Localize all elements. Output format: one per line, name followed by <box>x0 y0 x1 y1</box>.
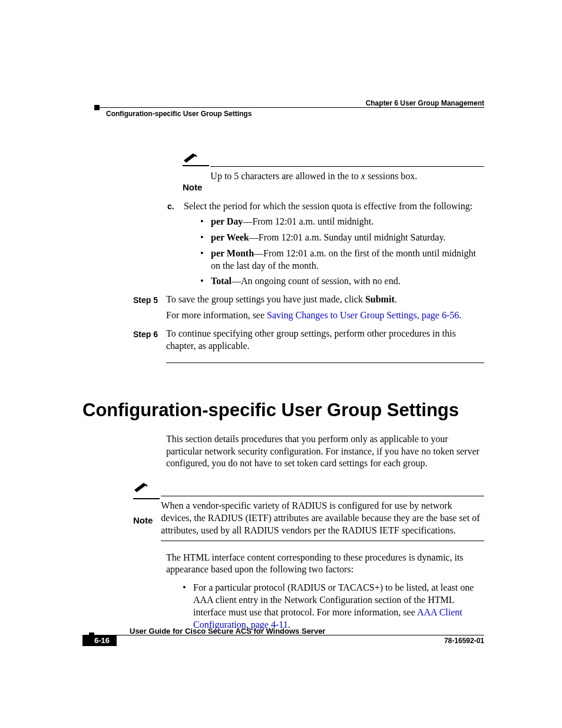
option-per-day: per Day—From 12:01 a.m. until midnight. <box>200 216 484 228</box>
note-label: Note <box>183 166 210 193</box>
note-left: Note <box>183 151 210 193</box>
pencil-icon <box>183 152 209 166</box>
doc-number: 78-16592-01 <box>444 637 484 645</box>
t: To save the group settings you have just… <box>166 294 365 304</box>
chapter-label: Chapter 6 User Group Management <box>366 99 484 107</box>
note-text: Up to 5 characters are allowed in the to… <box>210 166 484 183</box>
t: For more information, see <box>166 310 267 320</box>
note-block-2: Note When a vendor-specific variety of R… <box>133 480 484 541</box>
step5-line2: For more information, see Saving Changes… <box>166 309 484 322</box>
note-text-col: Up to 5 characters are allowed in the to… <box>210 151 484 183</box>
period-options: per Day—From 12:01 a.m. until midnight. … <box>166 216 484 288</box>
t: . <box>459 310 461 320</box>
factor-1: For a particular protocol (RADIUS or TAC… <box>183 582 484 631</box>
substep-c: c. Select the period for which the sessi… <box>82 200 484 213</box>
note-bottom-rule <box>161 541 484 541</box>
note-left: Note <box>133 480 161 526</box>
substep-content: Select the period for which the session … <box>184 200 484 213</box>
substep-lead: Select the period for which the session … <box>184 200 484 213</box>
option-rest: —From 12:01 a.m. Sunday until midnight S… <box>249 232 446 242</box>
page: Chapter 6 User Group Management Configur… <box>0 0 562 728</box>
note-label: Note <box>133 499 161 526</box>
submit-bold: Submit <box>365 294 395 304</box>
step-content: To continue specifying other group setti… <box>166 328 484 353</box>
step-label: Step 6 <box>82 328 166 353</box>
note-text-pre: Up to 5 characters are allowed in the to <box>210 171 361 181</box>
note-text-var: x <box>361 171 365 181</box>
step-content: To save the group settings you have just… <box>166 294 484 322</box>
paragraph-2: The HTML interface content corresponding… <box>166 552 484 577</box>
note-text-col: When a vendor-specific variety of RADIUS… <box>161 480 484 541</box>
step-6: Step 6 To continue specifying other grou… <box>82 328 484 353</box>
intro-paragraph: This section details procedures that you… <box>166 433 484 470</box>
link-saving-changes[interactable]: Saving Changes to User Group Settings, p… <box>267 310 459 320</box>
page-number: 6-16 <box>82 635 117 646</box>
step5-line1: To save the group settings you have just… <box>166 294 484 306</box>
body-content: Note Up to 5 characters are allowed in t… <box>82 151 484 634</box>
footer-guide-title: User Guide for Cisco Secure ACS for Wind… <box>130 627 325 635</box>
section-heading: Configuration-specific User Group Settin… <box>82 398 484 422</box>
option-bold: per Week <box>211 232 249 242</box>
option-bold: per Day <box>211 216 243 226</box>
header-section: Configuration-specific User Group Settin… <box>106 110 252 118</box>
option-bold: Total <box>211 276 232 286</box>
section-end-rule <box>166 363 484 363</box>
option-total: Total—An ongoing count of session, with … <box>200 275 484 288</box>
option-rest: —An ongoing count of session, with no en… <box>232 276 401 286</box>
factors-list: For a particular protocol (RADIUS or TAC… <box>166 582 484 631</box>
footer-rule <box>94 635 484 635</box>
t: . <box>395 294 397 304</box>
header-rule <box>99 107 484 108</box>
note-text-post: sessions box. <box>365 171 417 181</box>
note-text: When a vendor-specific variety of RADIUS… <box>161 496 484 536</box>
step-label: Step 5 <box>82 294 166 322</box>
header-marker <box>94 105 100 110</box>
option-per-week: per Week—From 12:01 a.m. Sunday until mi… <box>200 232 484 244</box>
option-rest: —From 12:01 a.m. until midnight. <box>243 216 373 226</box>
substep-label: c. <box>82 200 184 213</box>
pencil-icon <box>133 482 160 499</box>
option-per-month: per Month—From 12:01 a.m. on the first o… <box>200 248 484 272</box>
note-block: Note Up to 5 characters are allowed in t… <box>183 151 484 193</box>
option-bold: per Month <box>211 248 254 258</box>
step-5: Step 5 To save the group settings you ha… <box>82 294 484 322</box>
